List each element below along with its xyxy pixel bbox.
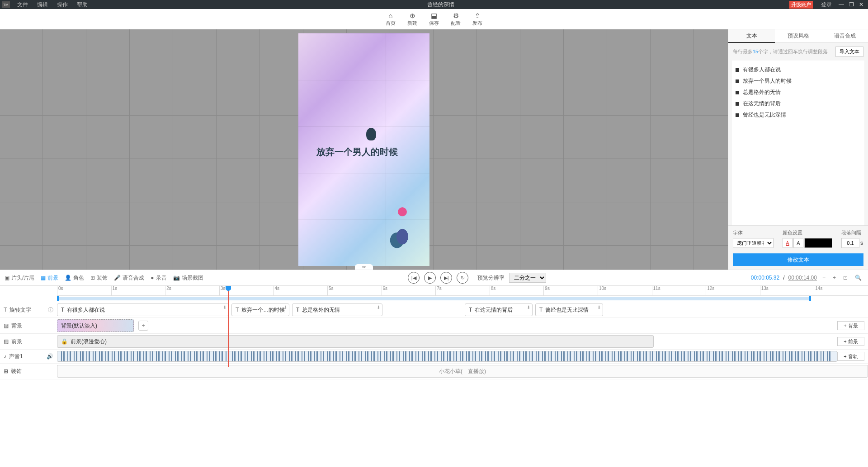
upgrade-badge[interactable]: 升级账户 (789, 1, 813, 9)
ruler-tick-9[interactable]: 9s (543, 286, 598, 295)
clip-download-icon[interactable]: ⬇ (597, 305, 601, 310)
text-clip-4[interactable]: T在这无情的背后⬇ (465, 304, 533, 316)
menu-edit[interactable]: 编辑 (33, 1, 52, 9)
color-swatch[interactable] (804, 238, 832, 248)
ruler-tick-12[interactable]: 12s (706, 286, 760, 295)
text-clip-1[interactable]: T放弃一个…的时候⬇ (231, 304, 289, 316)
text-line-1[interactable]: 放弃一个男人的时候 (736, 75, 861, 87)
ruler-tick-2[interactable]: 2s (165, 286, 219, 295)
time-separator: / (783, 275, 784, 281)
toolbar-4[interactable]: ⇪发布 (472, 12, 482, 27)
text-track-icon: T (4, 307, 7, 313)
playhead[interactable] (228, 286, 229, 367)
spacing-input[interactable] (841, 238, 859, 248)
ctrl-tab-4[interactable]: 🎤语音合成 (114, 274, 144, 282)
ruler-tick-7[interactable]: 7s (435, 286, 490, 295)
ctrl-tab-6[interactable]: 📷场景截图 (173, 274, 203, 282)
menu-help[interactable]: 帮助 (72, 1, 92, 9)
time-total[interactable]: 00:00:14.00 (788, 275, 817, 281)
ctrl-tab-5[interactable]: ●录音 (151, 274, 166, 282)
toolbar-0[interactable]: ⌂首页 (386, 12, 396, 27)
deco-clip[interactable]: 小花小草(一直播放) (57, 365, 868, 378)
import-text-button[interactable]: 导入文本 (835, 47, 863, 57)
time-current: 00:00:05.32 (751, 275, 779, 281)
prev-button[interactable]: |◀ (408, 272, 420, 284)
canvas-area[interactable]: 有很多人都在说 放弃一个男人的时候 ↻🔓16:99:16✎◎ ▾▾ (0, 29, 728, 270)
canvas-frame[interactable]: 有很多人都在说 放弃一个男人的时候 ↻🔓16:99:16✎◎ (298, 33, 429, 266)
clip-download-icon[interactable]: ⬇ (527, 305, 530, 310)
text-list[interactable]: 有很多人都在说放弃一个男人的时候总是格外的无情在这无情的背后曾经也是无比深情 (732, 61, 864, 225)
ctrl-tab-2[interactable]: 👤角色 (65, 274, 84, 282)
add-audio-track-button[interactable]: + 音轨 (837, 352, 864, 361)
ruler-tick-5[interactable]: 5s (327, 286, 382, 295)
font-select[interactable]: 庞门正道粗书体 (733, 238, 774, 248)
timeline-range[interactable] (57, 297, 811, 300)
canvas-flower-decoration[interactable] (384, 207, 420, 257)
toolbar-2[interactable]: ⬓保存 (429, 12, 439, 27)
menu-action[interactable]: 操作 (52, 1, 72, 9)
minimize-button[interactable]: — (836, 1, 846, 8)
maximize-button[interactable]: ❐ (846, 1, 856, 8)
tab-text[interactable]: 文本 (728, 29, 775, 43)
add-bg-track-button[interactable]: + 背景 (837, 321, 864, 330)
canvas-horizontal-text[interactable]: 放弃一个男人的时候 (316, 146, 398, 158)
add-fg-track-button[interactable]: + 前景 (837, 337, 864, 346)
canvas-avatar[interactable] (366, 128, 376, 140)
audio-mute-icon[interactable]: 🔊 (47, 353, 53, 360)
menu-file[interactable]: 文件 (13, 1, 33, 9)
toolbar-3[interactable]: ⚙配置 (451, 12, 461, 27)
text-line-0[interactable]: 有很多人都在说 (736, 64, 861, 75)
ruler-tick-8[interactable]: 8s (490, 286, 544, 295)
zoom-search-icon[interactable]: 🔍 (853, 275, 863, 281)
bg-clip[interactable]: 背景(默认淡入) (57, 319, 134, 332)
close-button[interactable]: ✕ (856, 1, 866, 8)
text-track-info-icon[interactable]: ⓘ (48, 306, 53, 314)
toolbar-1[interactable]: ⊕新建 (407, 12, 417, 27)
text-line-4[interactable]: 曾经也是无比深情 (736, 109, 861, 121)
ruler-tick-14[interactable]: 14s (814, 286, 868, 295)
ruler-tick-6[interactable]: 6s (382, 286, 436, 295)
panel-pull-tab[interactable]: ▾▾ (355, 264, 373, 270)
next-button[interactable]: ▶| (440, 272, 452, 284)
login-link[interactable]: 登录 (816, 1, 836, 9)
zoom-out-button[interactable]: − (821, 275, 827, 281)
text-clip-2[interactable]: T总是格外的无情⬇ (292, 304, 382, 316)
loop-button[interactable]: ↻ (457, 272, 468, 284)
outline-color-button[interactable]: A (793, 238, 803, 248)
tab-tts[interactable]: 语音合成 (821, 29, 868, 43)
fg-clip[interactable]: 🔒 前景(浪漫爱心) (57, 335, 654, 348)
rate-select[interactable]: 二分之一 (509, 273, 546, 283)
ruler-tick-11[interactable]: 11s (652, 286, 706, 295)
text-clip-0[interactable]: T有很多人都在说⬇ (57, 304, 229, 316)
ruler-tick-4[interactable]: 4s (273, 286, 327, 295)
clip-download-icon[interactable]: ⬇ (377, 305, 380, 310)
waveform (61, 351, 833, 361)
play-button[interactable]: ▶ (424, 272, 436, 284)
ctrl-tab-0[interactable]: ▣片头/片尾 (5, 274, 34, 282)
tab-preset[interactable]: 预设风格 (775, 29, 821, 43)
add-bg-clip-button[interactable]: + (138, 321, 148, 331)
ctrl-tab-3[interactable]: ⊞装饰 (90, 274, 108, 282)
clip-download-icon[interactable]: ⬇ (283, 305, 287, 310)
ruler-tick-10[interactable]: 10s (598, 286, 652, 295)
text-clip-5[interactable]: T曾经也是无比深情⬇ (535, 304, 603, 316)
text-color-button[interactable]: A (783, 238, 793, 248)
clip-download-icon[interactable]: ⬇ (223, 305, 226, 310)
ctrl-tab-1[interactable]: ▦前景 (41, 274, 58, 282)
text-line-3[interactable]: 在这无情的背后 (736, 98, 861, 109)
text-clip-icon: T (539, 307, 542, 313)
ruler-tick-1[interactable]: 1s (111, 286, 165, 295)
hint-text: 每行最多15个字，请通过回车换行调整段落 (733, 48, 828, 55)
zoom-in-button[interactable]: + (831, 275, 838, 281)
text-clip-icon: T (469, 307, 472, 313)
zoom-fit-button[interactable]: ⊡ (841, 275, 849, 281)
ctrl-tab-icon-6: 📷 (173, 275, 180, 281)
apply-text-button[interactable]: 修改文本 (733, 253, 863, 266)
bg-track-icon: ▨ (4, 322, 9, 329)
audio-clip[interactable] (57, 351, 837, 362)
ruler-tick-13[interactable]: 13s (760, 286, 814, 295)
text-line-2[interactable]: 总是格外的无情 (736, 87, 861, 98)
ruler-tick-0[interactable]: 0s (57, 286, 111, 295)
text-track-label: 旋转文字 (9, 306, 31, 314)
toolbar-label-2: 保存 (429, 20, 439, 27)
